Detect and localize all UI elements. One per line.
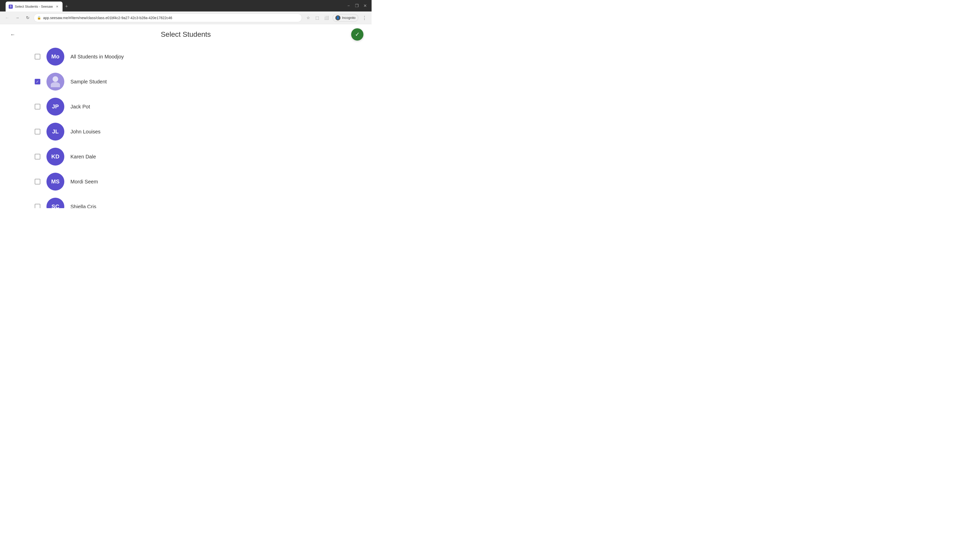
avatar: JL <box>46 123 64 141</box>
list-item[interactable]: JP Jack Pot <box>30 95 341 119</box>
avatar: JP <box>46 98 64 116</box>
url-text: app.seesaw.me/#/item/new/class/class.e01… <box>43 16 299 20</box>
avatar <box>46 73 64 91</box>
student-name: Mordi Seem <box>70 179 98 185</box>
window-controls: − ❐ ✕ <box>345 2 369 10</box>
student-name: Jack Pot <box>70 104 90 110</box>
avatar: Mo <box>46 48 64 65</box>
tab-bar: S Select Students - Seesaw ✕ + <box>6 0 344 11</box>
all-students-checkbox[interactable] <box>35 54 40 59</box>
bookmark-button[interactable]: ☆ <box>304 14 312 22</box>
incognito-icon: 👤 <box>335 15 340 21</box>
browser-menu-button[interactable]: ⋮ <box>360 14 369 22</box>
forward-nav-button[interactable]: → <box>13 14 21 22</box>
active-tab[interactable]: S Select Students - Seesaw ✕ <box>6 2 62 11</box>
reload-button[interactable]: ↻ <box>24 14 32 22</box>
incognito-button[interactable]: 👤 Incognito <box>332 14 358 22</box>
student-name: John Louises <box>70 129 100 135</box>
shiella-cris-checkbox[interactable] <box>35 204 40 208</box>
close-button[interactable]: ✕ <box>361 2 369 10</box>
browser-chrome: S Select Students - Seesaw ✕ + − ❐ ✕ <box>0 0 372 11</box>
confirm-button[interactable]: ✓ <box>351 28 363 41</box>
student-name: Karen Dale <box>70 154 96 160</box>
student-name: All Students in Moodjoy <box>70 54 124 60</box>
tab-favicon: S <box>9 5 13 9</box>
student-name: Shiella Cris <box>70 204 96 208</box>
address-bar[interactable]: 🔒 app.seesaw.me/#/item/new/class/class.e… <box>34 14 302 22</box>
jack-pot-checkbox[interactable] <box>35 104 40 110</box>
avatar: KD <box>46 148 64 165</box>
tab-title: Select Students - Seesaw <box>15 5 53 8</box>
tab-close-button[interactable]: ✕ <box>55 4 59 9</box>
extensions-button[interactable]: ⬚ <box>313 14 321 22</box>
addr-actions: ☆ ⬚ ⬜ <box>304 14 331 22</box>
john-louises-checkbox[interactable] <box>35 129 40 135</box>
list-item[interactable]: ✓ Sample Student <box>30 70 341 94</box>
list-item[interactable]: MS Mordi Seem <box>30 170 341 194</box>
new-tab-button[interactable]: + <box>63 3 70 10</box>
lock-icon: 🔒 <box>37 16 41 20</box>
avatar: MS <box>46 173 64 191</box>
page-header: ← Select Students ✓ <box>0 24 372 43</box>
list-item[interactable]: JL John Louises <box>30 120 341 144</box>
page-content: ← Select Students ✓ Mo All Students in M… <box>0 24 372 208</box>
avatar: SC <box>46 198 64 208</box>
list-item[interactable]: Mo All Students in Moodjoy <box>30 44 341 68</box>
restore-button[interactable]: ❐ <box>353 2 360 10</box>
mordi-seem-checkbox[interactable] <box>35 179 40 184</box>
student-name: Sample Student <box>70 79 107 85</box>
list-item[interactable]: KD Karen Dale <box>30 144 341 168</box>
page-title: Select Students <box>161 30 211 38</box>
back-button[interactable]: ← <box>8 30 18 39</box>
sample-student-checkbox[interactable]: ✓ <box>35 79 40 84</box>
list-item[interactable]: SC Shiella Cris <box>30 195 341 208</box>
minimize-button[interactable]: − <box>345 2 352 10</box>
profiles-button[interactable]: ⬜ <box>322 14 331 22</box>
back-nav-button[interactable]: ← <box>3 14 11 22</box>
address-bar-row: ← → ↻ 🔒 app.seesaw.me/#/item/new/class/c… <box>0 11 372 24</box>
student-list: Mo All Students in Moodjoy ✓ Sample Stud… <box>0 43 372 208</box>
karen-dale-checkbox[interactable] <box>35 154 40 159</box>
